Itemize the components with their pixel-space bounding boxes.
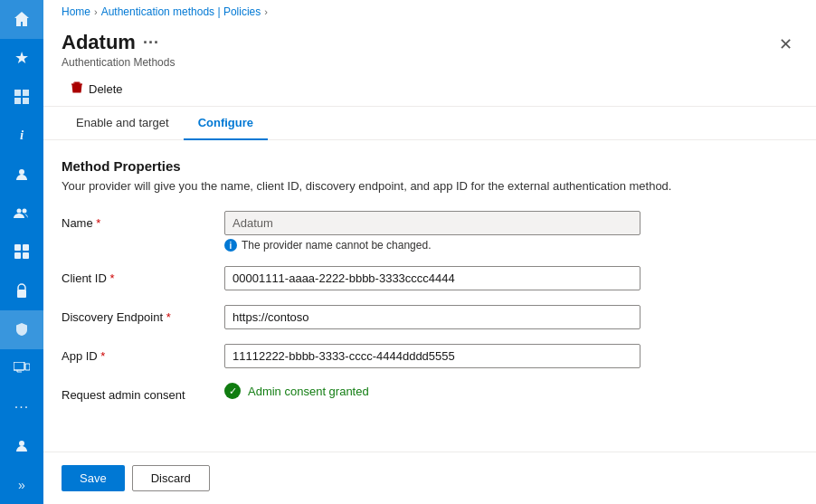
sidebar-item-security[interactable]: [0, 310, 43, 349]
consent-status-row: ✓ Admin consent granted: [224, 383, 798, 399]
svg-rect-9: [25, 364, 30, 370]
breadcrumb-home[interactable]: Home: [62, 5, 90, 18]
name-info-message: i The provider name cannot be changed.: [224, 239, 798, 252]
svg-point-2: [23, 208, 27, 213]
panel-title-area: Adatum ··· Authentication Methods: [62, 31, 175, 69]
svg-rect-4: [23, 244, 29, 251]
required-star-app-id: *: [100, 349, 105, 363]
sidebar-item-apps[interactable]: [0, 233, 43, 271]
label-client-id: Client ID *: [62, 266, 224, 285]
tab-configure[interactable]: Configure: [184, 107, 268, 140]
sidebar-item-dashboard[interactable]: [0, 78, 43, 117]
label-discovery-endpoint: Discovery Endpoint *: [62, 305, 224, 324]
discard-button[interactable]: Discard: [132, 465, 210, 491]
form-row-admin-consent: Request admin consent ✓ Admin consent gr…: [62, 383, 798, 402]
panel-title-text: Adatum: [62, 31, 136, 54]
panel-title: Adatum ···: [62, 31, 175, 54]
tab-bar: Enable and target Configure: [43, 107, 816, 140]
delete-label: Delete: [89, 82, 123, 96]
footer: Save Discard: [43, 452, 816, 504]
svg-point-0: [19, 169, 24, 175]
breadcrumb-sep-1: ›: [94, 6, 98, 17]
delete-button[interactable]: Delete: [62, 78, 132, 100]
name-info-text: The provider name cannot be changed.: [242, 239, 431, 252]
sidebar-item-user[interactable]: [0, 155, 43, 194]
field-area-client-id: [224, 266, 798, 290]
label-app-id: App ID *: [62, 344, 224, 363]
main-panel: Home › Authentication methods | Policies…: [43, 0, 816, 504]
field-area-discovery-endpoint: [224, 305, 798, 329]
breadcrumb: Home › Authentication methods | Policies…: [43, 0, 816, 24]
svg-point-1: [17, 208, 22, 213]
form-row-client-id: Client ID *: [62, 266, 798, 290]
info-circle-icon: i: [224, 239, 237, 252]
svg-rect-8: [14, 362, 24, 370]
required-star-discovery: *: [166, 310, 171, 324]
form-row-name: Name * i The provider name cannot be cha…: [62, 211, 798, 252]
field-area-name: i The provider name cannot be changed.: [224, 211, 798, 252]
input-client-id[interactable]: [224, 266, 640, 290]
form-row-discovery-endpoint: Discovery Endpoint *: [62, 305, 798, 329]
panel-header: Adatum ··· Authentication Methods ✕: [43, 24, 816, 72]
sidebar-user-avatar[interactable]: [0, 426, 43, 465]
toolbar: Delete: [43, 72, 816, 107]
save-button[interactable]: Save: [62, 465, 125, 491]
content-area: Method Properties Your provider will giv…: [43, 140, 816, 452]
delete-icon: [71, 81, 83, 97]
svg-rect-3: [14, 244, 21, 251]
svg-point-10: [19, 441, 24, 446]
svg-rect-6: [23, 252, 29, 259]
sidebar-item-group[interactable]: [0, 194, 43, 233]
sidebar-item-more[interactable]: ···: [0, 387, 43, 426]
required-star-name: *: [96, 216, 100, 230]
tab-enable-and-target[interactable]: Enable and target: [62, 107, 184, 140]
field-area-admin-consent: ✓ Admin consent granted: [224, 383, 798, 399]
field-area-app-id: [224, 344, 798, 368]
sidebar-item-devices[interactable]: [0, 349, 43, 388]
section-title: Method Properties: [62, 158, 798, 174]
form-row-app-id: App ID *: [62, 344, 798, 368]
input-discovery-endpoint[interactable]: [224, 305, 640, 329]
consent-check-icon: ✓: [224, 383, 241, 399]
label-name: Name *: [62, 211, 224, 230]
svg-rect-7: [17, 290, 26, 298]
sidebar-item-info[interactable]: i: [0, 117, 43, 156]
input-name[interactable]: [224, 211, 640, 235]
section-description: Your provider will give you the name, cl…: [62, 179, 798, 193]
svg-rect-5: [14, 252, 21, 259]
consent-text: Admin consent granted: [248, 385, 369, 398]
sidebar-expand-icon[interactable]: »: [0, 465, 43, 504]
sidebar-item-lock[interactable]: [0, 271, 43, 310]
breadcrumb-sep-2: ›: [264, 6, 268, 17]
panel-menu-dots[interactable]: ···: [143, 33, 159, 52]
input-app-id[interactable]: [224, 344, 640, 368]
sidebar-item-favorites[interactable]: ★: [0, 39, 43, 78]
breadcrumb-policies[interactable]: Authentication methods | Policies: [101, 5, 261, 18]
label-admin-consent: Request admin consent: [62, 383, 224, 402]
close-button[interactable]: ✕: [773, 33, 798, 56]
sidebar: ★ i ··· »: [0, 0, 43, 504]
sidebar-item-home[interactable]: [0, 0, 43, 39]
panel-subtitle: Authentication Methods: [62, 56, 175, 69]
required-star-client-id: *: [109, 271, 114, 285]
